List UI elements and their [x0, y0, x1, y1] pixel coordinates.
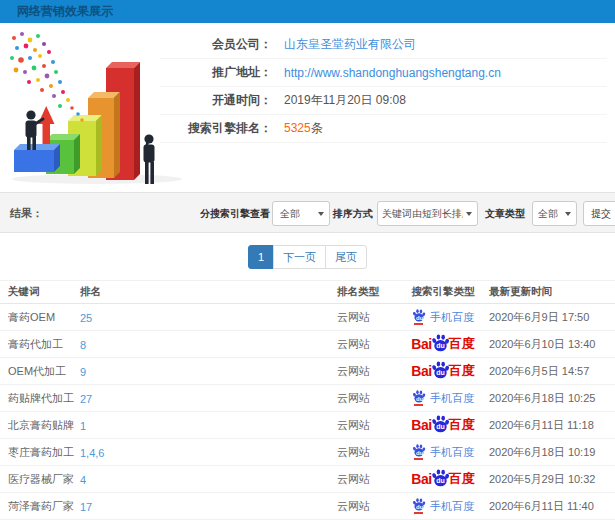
promo-url-link[interactable]: http://www.shandonghuangshengtang.cn: [272, 66, 501, 80]
rank-link[interactable]: 1,4,6: [80, 447, 104, 459]
baidu-paw-icon: du: [431, 361, 450, 379]
sort-select[interactable]: 关键词由短到长排序: [377, 201, 478, 226]
rank-type-cell: 云网站: [337, 472, 397, 487]
sort-label: 排序方式: [333, 207, 373, 221]
profile-section: 会员公司： 山东皇圣堂药业有限公司 推广地址： http://www.shand…: [0, 23, 615, 192]
col-engine: 搜索引擎类型: [397, 285, 489, 299]
table-row: 菏泽膏药厂家 17 云网站 du手机百度 2020年6月11日 11:40: [0, 493, 615, 520]
red-underline: [414, 323, 423, 325]
pagination-strip: 1 下一页 尾页: [0, 233, 615, 280]
keyword-cell: 膏药代加工: [0, 337, 80, 352]
chevron-down-icon: [318, 212, 324, 216]
keyword-cell: OEM代加工: [0, 364, 80, 379]
table-row: 膏药OEM 25 云网站 du手机百度 2020年6月9日 17:50: [0, 304, 615, 331]
col-rank-type: 排名类型: [337, 285, 397, 299]
rank-type-cell: 云网站: [337, 418, 397, 433]
baidu-logo: Baidu百度: [411, 334, 474, 354]
table-row: 膏药代加工 8 云网站 Baidu百度 2020年6月10日 13:40: [0, 331, 615, 358]
article-type-label: 文章类型: [485, 207, 525, 221]
mobile-baidu-badge: du手机百度: [412, 390, 474, 406]
engine-rank-label: 搜索引擎排名：: [160, 120, 272, 137]
table-header: 关键词 排名 排名类型 搜索引擎类型 最新更新时间: [0, 280, 615, 304]
table-row: OEM代加工 9 云网站 Baidu百度 2020年6月5日 14:57: [0, 358, 615, 385]
col-keyword: 关键词: [0, 285, 80, 299]
red-underline: [414, 458, 423, 460]
rank-type-cell: 云网站: [337, 391, 397, 406]
engine-rank-value: 5325条: [272, 120, 323, 137]
updated-cell: 2020年6月11日 11:18: [489, 418, 615, 433]
rank-link[interactable]: 25: [80, 312, 92, 324]
rank-link[interactable]: 8: [80, 339, 86, 351]
last-page-button[interactable]: 尾页: [325, 245, 367, 269]
blue-bar: [14, 144, 60, 172]
keyword-cell: 菏泽膏药厂家: [0, 499, 80, 514]
updated-cell: 2020年6月18日 10:19: [489, 445, 615, 460]
baidu-logo: Baidu百度: [411, 469, 474, 489]
promo-url-row: 推广地址： http://www.shandonghuangshengtang.…: [160, 59, 607, 87]
table-row: 药贴牌代加工 27 云网站 du手机百度 2020年6月18日 10:25: [0, 385, 615, 412]
rank-type-cell: 云网站: [337, 499, 397, 514]
rank-count: 5325: [284, 121, 311, 135]
open-time-value: 2019年11月20日 09:08: [272, 92, 406, 109]
baidu-paw-icon: du: [431, 469, 450, 487]
open-time-label: 开通时间：: [160, 92, 272, 109]
page-title: 网络营销效果展示: [0, 0, 615, 23]
rankings-table: 关键词 排名 排名类型 搜索引擎类型 最新更新时间 膏药OEM 25 云网站 d…: [0, 280, 615, 520]
keyword-cell: 膏药OEM: [0, 310, 80, 325]
app-header: 网络营销效果展示: [0, 0, 615, 23]
baidu-paw-icon: du: [431, 334, 450, 352]
filter-bar: 结果： 分搜索引擎查看 全部 排序方式 关键词由短到长排序 文章类型 全部 提交: [0, 192, 615, 233]
engine-rank-row: 搜索引擎排名： 5325条: [160, 115, 607, 143]
keyword-cell: 北京膏药贴牌: [0, 418, 80, 433]
updated-cell: 2020年6月9日 17:50: [489, 310, 615, 325]
updated-cell: 2020年6月18日 10:25: [489, 391, 615, 406]
article-type-select[interactable]: 全部: [532, 201, 577, 226]
rank-link[interactable]: 1: [80, 420, 86, 432]
member-company-label: 会员公司：: [160, 36, 272, 53]
rank-link[interactable]: 9: [80, 366, 86, 378]
rank-link[interactable]: 27: [80, 393, 92, 405]
result-label: 结果：: [10, 206, 43, 221]
mobile-baidu-badge: du手机百度: [412, 444, 474, 460]
page: 网络营销效果展示: [0, 0, 615, 520]
next-page-button[interactable]: 下一页: [273, 245, 326, 269]
keyword-cell: 枣庄膏药加工: [0, 445, 80, 460]
rank-link[interactable]: 4: [80, 474, 86, 486]
table-row: 北京膏药贴牌 1 云网站 Baidu百度 2020年6月11日 11:18: [0, 412, 615, 439]
pagination: 1 下一页 尾页: [248, 245, 367, 269]
red-underline: [414, 512, 423, 514]
rank-link[interactable]: 17: [80, 501, 92, 513]
company-info-list: 会员公司： 山东皇圣堂药业有限公司 推广地址： http://www.shand…: [160, 31, 607, 143]
baidu-paw-icon: du: [412, 444, 426, 460]
engine-view-select[interactable]: 全部: [272, 201, 330, 226]
chevron-down-icon: [466, 212, 472, 216]
engine-view-label: 分搜索引擎查看: [200, 207, 270, 221]
member-company-row: 会员公司： 山东皇圣堂药业有限公司: [160, 31, 607, 59]
promo-url-label: 推广地址：: [160, 64, 272, 81]
baidu-logo: Baidu百度: [411, 361, 474, 381]
updated-cell: 2020年6月10日 13:40: [489, 337, 615, 352]
baidu-paw-icon: du: [412, 390, 426, 406]
updated-cell: 2020年6月5日 14:57: [489, 364, 615, 379]
baidu-paw-icon: du: [431, 415, 450, 433]
rank-type-cell: 云网站: [337, 310, 397, 325]
red-underline: [414, 404, 423, 406]
col-updated: 最新更新时间: [489, 285, 615, 299]
chevron-down-icon: [565, 212, 571, 216]
member-company-link[interactable]: 山东皇圣堂药业有限公司: [272, 36, 416, 53]
open-time-row: 开通时间： 2019年11月20日 09:08: [160, 87, 607, 115]
baidu-paw-icon: du: [412, 309, 426, 325]
keyword-cell: 药贴牌代加工: [0, 391, 80, 406]
rank-unit: 条: [311, 121, 323, 135]
updated-cell: 2020年5月29日 10:32: [489, 472, 615, 487]
page-1-button[interactable]: 1: [248, 245, 274, 269]
submit-button[interactable]: 提交: [583, 201, 615, 226]
table-row: 枣庄膏药加工 1,4,6 云网站 du手机百度 2020年6月18日 10:19: [0, 439, 615, 466]
baidu-logo: Baidu百度: [411, 415, 474, 435]
baidu-paw-icon: du: [412, 498, 426, 514]
keyword-cell: 医疗器械厂家: [0, 472, 80, 487]
rank-type-cell: 云网站: [337, 364, 397, 379]
mobile-baidu-badge: du手机百度: [412, 498, 474, 514]
col-rank: 排名: [80, 285, 337, 299]
mobile-baidu-badge: du手机百度: [412, 309, 474, 325]
